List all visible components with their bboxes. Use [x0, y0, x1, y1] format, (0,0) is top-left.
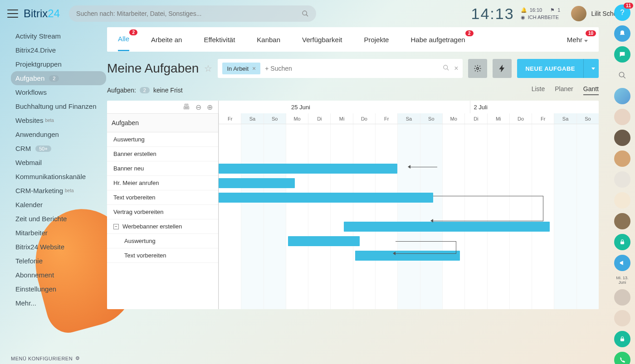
zoom-out-icon[interactable]: ⊖ — [195, 103, 201, 112]
lock-button[interactable] — [614, 234, 630, 250]
sidebar-item[interactable]: Zeit und Berichte — [11, 212, 106, 226]
filter-chip-remove-icon[interactable]: × — [252, 65, 256, 72]
view-planner[interactable]: Planer — [555, 85, 573, 95]
search-icon[interactable] — [443, 64, 449, 71]
gantt-task-row[interactable]: Banner erstellen — [107, 147, 218, 161]
filter-chip[interactable]: In Arbeit × — [222, 63, 260, 74]
gantt-task-row[interactable]: Auswertung — [107, 132, 218, 147]
sidebar-item[interactable]: Telefonie — [11, 254, 106, 268]
sidebar-item[interactable]: Kommunikationskanäle — [11, 170, 106, 184]
settings-button[interactable] — [468, 59, 487, 78]
sidebar-count-pill: 50+ — [35, 146, 51, 152]
gantt-bar[interactable] — [219, 164, 397, 174]
user-avatar[interactable] — [571, 6, 586, 21]
gantt-task-row[interactable]: Text vorbereiten — [107, 248, 218, 263]
sidebar-item[interactable]: Kalender — [11, 198, 106, 212]
sidebar-item[interactable]: Activity Stream — [11, 29, 106, 43]
announce-button[interactable] — [614, 255, 630, 271]
sidebar-item[interactable]: Mehr... — [11, 296, 106, 310]
menu-toggle-icon[interactable] — [7, 10, 18, 18]
menu-configure[interactable]: MENÜ KONFIGURIEREN ⚙ — [11, 355, 80, 361]
notifications-button[interactable] — [614, 25, 630, 42]
gantt-task-row[interactable]: Banner neu — [107, 161, 218, 176]
sidebar-item[interactable]: Webmail — [11, 155, 106, 170]
search-rail-button[interactable] — [614, 67, 630, 83]
gantt-bar[interactable] — [288, 236, 360, 246]
gantt-task-row[interactable]: Hr. Meier anrufen — [107, 176, 218, 190]
contact-avatar[interactable] — [614, 310, 630, 326]
new-task-button[interactable]: NEUE AUFGABE — [517, 59, 599, 78]
tab[interactable]: Alle2 — [118, 28, 129, 51]
contact-avatar[interactable] — [614, 192, 630, 209]
contact-avatar[interactable] — [614, 213, 630, 229]
favorite-star-icon[interactable]: ☆ — [204, 63, 212, 74]
global-search[interactable] — [69, 5, 316, 22]
tab-badge: 10 — [586, 30, 596, 36]
print-icon[interactable]: 🖶 — [183, 103, 190, 111]
gantt-grid-col — [375, 124, 397, 309]
contact-avatar[interactable] — [614, 88, 630, 104]
global-search-input[interactable] — [76, 10, 302, 17]
filter-search-input[interactable] — [265, 65, 443, 72]
tab[interactable]: Verfügbarkeit — [302, 29, 342, 51]
tab[interactable]: Habe aufgetragen2 — [410, 29, 465, 51]
sidebar-item[interactable]: CRM-Marketingbeta — [11, 184, 106, 198]
gantt-task-row[interactable]: −Werbebanner erstellen — [107, 219, 218, 234]
gantt-task-row[interactable]: Text vorbereiten — [107, 190, 218, 205]
sidebar-item[interactable]: Abonnement — [11, 268, 106, 282]
tab[interactable]: Kanban — [257, 29, 280, 51]
gantt-bar[interactable] — [219, 193, 433, 203]
sidebar-item[interactable]: Mitarbeiter — [11, 226, 106, 240]
gantt-dependency — [410, 167, 437, 167]
gantt-task-label: Auswertung — [113, 136, 145, 143]
gantt-bar[interactable] — [344, 222, 550, 232]
gantt-task-label: Banner erstellen — [113, 150, 156, 157]
lock-button-2[interactable] — [614, 331, 630, 347]
tab[interactable]: Projekte — [364, 29, 389, 51]
gantt-task-row[interactable]: Vertrag vorbereiten — [107, 205, 218, 219]
sidebar-item-label: Anwendungen — [15, 131, 59, 138]
filter-clear-icon[interactable]: × — [454, 64, 458, 73]
gantt-grid-col — [330, 124, 352, 309]
filter-box[interactable]: In Arbeit × × — [218, 59, 463, 78]
sidebar-item[interactable]: Projektgruppen — [11, 57, 106, 71]
subbar-suffix: keine Frist — [153, 87, 183, 94]
zoom-in-icon[interactable]: ⊕ — [207, 103, 213, 112]
filter-chip-label: In Arbeit — [227, 65, 249, 72]
bell-icon: 🔔 — [521, 6, 527, 14]
contact-avatar[interactable] — [614, 171, 630, 188]
sidebar-item[interactable]: Bitrix24.Drive — [11, 43, 106, 57]
help-button[interactable]: ?11 — [614, 5, 630, 21]
call-button[interactable] — [614, 352, 630, 364]
quick-action-button[interactable] — [493, 59, 512, 78]
sidebar-item-label: Bitrix24.Drive — [15, 46, 56, 54]
view-gantt[interactable]: Gantt — [583, 85, 599, 95]
sidebar-item[interactable]: Anwendungen — [11, 127, 106, 141]
sidebar-item[interactable]: Aufgaben2 — [11, 71, 106, 85]
sidebar-item[interactable]: Workflows — [11, 85, 106, 99]
tab[interactable]: Arbeite an — [151, 29, 182, 51]
gantt-task-label: Banner neu — [113, 165, 144, 172]
sidebar-item[interactable]: Websitesbeta — [11, 113, 106, 127]
contact-avatar[interactable] — [614, 150, 630, 167]
sidebar-item[interactable]: Bitrix24 Website — [11, 240, 106, 254]
gantt-bar[interactable] — [219, 178, 295, 188]
sidebar-item[interactable]: CRM50+ — [11, 141, 106, 155]
sidebar-item[interactable]: Einstellungen — [11, 282, 106, 296]
new-task-dropdown[interactable] — [583, 59, 599, 78]
gantt-day-header: So — [576, 113, 599, 124]
tab-more[interactable]: Mehr10 — [567, 29, 588, 51]
logo[interactable]: Bitrix24 — [24, 7, 60, 20]
sidebar-item[interactable]: Buchhaltung und Finanzen — [11, 99, 106, 113]
chat-button[interactable] — [614, 46, 630, 63]
view-list[interactable]: Liste — [532, 85, 545, 95]
gantt-day-header: Sa — [397, 113, 420, 124]
gantt-task-label: Vertrag vorbereiten — [113, 209, 164, 215]
gantt-task-row[interactable]: Auswertung — [107, 234, 218, 248]
tab[interactable]: Effektivität — [204, 29, 235, 51]
contact-avatar[interactable] — [614, 109, 630, 125]
collapse-icon[interactable]: − — [113, 224, 119, 229]
contact-avatar[interactable] — [614, 289, 630, 306]
contact-avatar[interactable] — [614, 130, 630, 146]
tab-label: Effektivität — [204, 36, 235, 44]
